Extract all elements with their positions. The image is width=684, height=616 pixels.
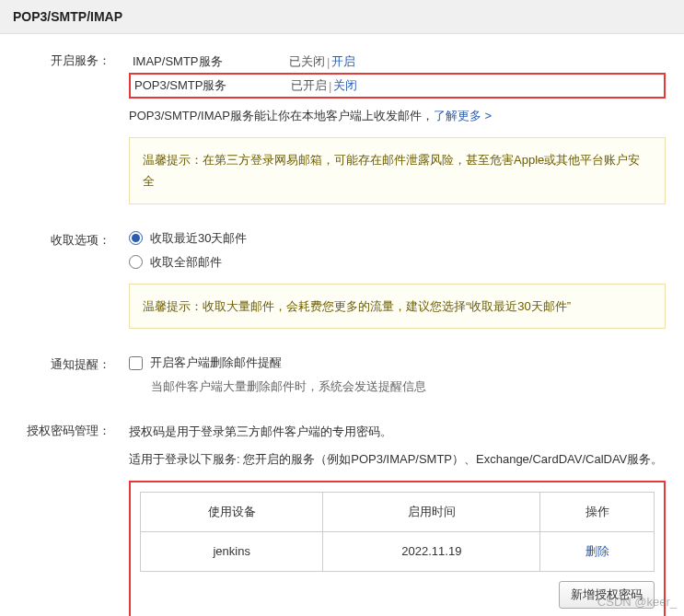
divider: | — [327, 55, 330, 69]
tip-label: 温馨提示： — [143, 153, 203, 167]
auth-table: 使用设备 启用时间 操作 jenkins 2022.11.19 删除 — [140, 492, 655, 572]
label-fetch: 收取选项： — [18, 230, 110, 329]
delete-link[interactable]: 删除 — [585, 544, 609, 558]
service-name: IMAP/SMTP服务 — [133, 53, 289, 70]
tip-box-services: 温馨提示：在第三方登录网易邮箱，可能存在邮件泄露风险，甚至危害Apple或其他平… — [129, 137, 666, 204]
radio-recent-30[interactable]: 收取最近30天邮件 — [129, 230, 666, 247]
section-notify: 通知提醒： 开启客户端删除邮件提醒 当邮件客户端大量删除邮件时，系统会发送提醒信… — [18, 354, 666, 395]
radio-all[interactable]: 收取全部邮件 — [129, 254, 666, 271]
service-status: 已关闭 — [289, 53, 325, 70]
page-title: POP3/SMTP/IMAP — [0, 0, 684, 34]
checkbox-delete-notify[interactable]: 开启客户端删除邮件提醒 — [129, 354, 666, 371]
radio-input-all[interactable] — [129, 255, 143, 269]
col-time: 启用时间 — [323, 492, 540, 531]
col-device: 使用设备 — [141, 492, 323, 531]
section-fetch: 收取选项： 收取最近30天邮件 收取全部邮件 温馨提示：收取大量邮件，会耗费您更… — [18, 230, 666, 329]
checkbox-input[interactable] — [129, 356, 143, 370]
radio-label: 收取最近30天邮件 — [150, 230, 247, 247]
services-description: POP3/SMTP/IMAP服务能让你在本地客户端上收发邮件，了解更多 > — [129, 108, 666, 124]
auth-desc-2: 适用于登录以下服务: 您开启的服务（例如POP3/IMAP/SMTP）、Exch… — [129, 448, 666, 470]
cell-device: jenkins — [141, 531, 323, 571]
tip-label: 温馨提示： — [143, 299, 203, 313]
service-row-imap: IMAP/SMTP服务 已关闭 | 开启 — [129, 51, 666, 73]
auth-table-container: 使用设备 启用时间 操作 jenkins 2022.11.19 删除 — [129, 481, 666, 616]
section-services: 开启服务： IMAP/SMTP服务 已关闭 | 开启 POP3/SMTP服务 已… — [18, 51, 666, 204]
notify-subtext: 当邮件客户端大量删除邮件时，系统会发送提醒信息 — [151, 378, 666, 395]
tip-text: 在第三方登录网易邮箱，可能存在邮件泄露风险，甚至危害Apple或其他平台账户安全 — [143, 153, 640, 188]
tip-box-fetch: 温馨提示：收取大量邮件，会耗费您更多的流量，建议您选择“收取最近30天邮件” — [129, 284, 666, 329]
cell-time: 2022.11.19 — [323, 531, 540, 571]
service-action-enable[interactable]: 开启 — [331, 53, 355, 70]
service-action-disable[interactable]: 关闭 — [333, 77, 357, 94]
service-row-pop3: POP3/SMTP服务 已开启 | 关闭 — [129, 73, 666, 99]
radio-input-recent[interactable] — [129, 231, 143, 245]
service-status: 已开启 — [291, 77, 327, 94]
label-services: 开启服务： — [18, 51, 110, 204]
radio-label: 收取全部邮件 — [150, 254, 222, 271]
section-auth: 授权密码管理： 授权码是用于登录第三方邮件客户端的专用密码。 适用于登录以下服务… — [18, 421, 666, 616]
table-row: jenkins 2022.11.19 删除 — [141, 531, 655, 571]
tip-text: 收取大量邮件，会耗费您更多的流量，建议您选择“收取最近30天邮件” — [203, 299, 571, 313]
label-notify: 通知提醒： — [18, 354, 110, 395]
learn-more-link[interactable]: 了解更多 > — [434, 109, 492, 122]
auth-desc-1: 授权码是用于登录第三方邮件客户端的专用密码。 — [129, 421, 666, 442]
add-auth-button[interactable]: 新增授权密码 — [559, 581, 655, 609]
checkbox-label: 开启客户端删除邮件提醒 — [150, 354, 282, 371]
label-auth: 授权密码管理： — [18, 421, 110, 616]
divider: | — [329, 79, 331, 93]
service-name: POP3/SMTP服务 — [134, 77, 291, 94]
desc-text: POP3/SMTP/IMAP服务能让你在本地客户端上收发邮件， — [129, 109, 434, 122]
col-action: 操作 — [540, 492, 655, 531]
